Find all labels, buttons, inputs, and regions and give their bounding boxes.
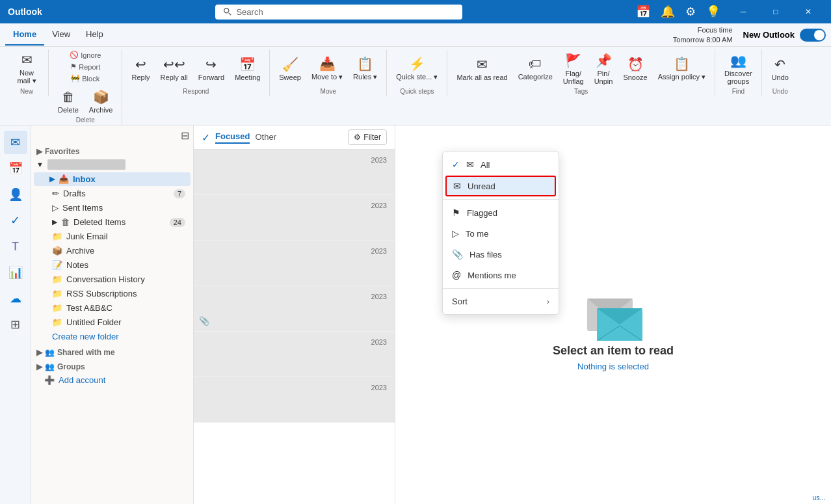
sweep-button[interactable]: 🧹 Sweep — [275, 54, 305, 84]
sort-arrow-icon: › — [547, 297, 549, 306]
create-folder-label: Create new folder — [52, 332, 119, 341]
nav-calendar[interactable]: 📅 — [4, 157, 27, 180]
sidebar-account-row[interactable]: ▼ — [31, 157, 193, 172]
email-item[interactable]: 2023 — [194, 150, 395, 195]
account-chevron-icon: ▼ — [36, 161, 44, 168]
delete-button[interactable]: 🗑 Delete — [54, 87, 83, 116]
groups-people-icon: 👥 — [45, 362, 55, 371]
filter-option-flagged[interactable]: ⚑ Flagged — [443, 202, 559, 223]
sidebar-item-sent[interactable]: ▷ Sent Items — [34, 201, 191, 215]
filter-option-all[interactable]: ✓ ✉ All — [443, 154, 559, 175]
tab-home[interactable]: Home — [5, 24, 44, 46]
nav-people[interactable]: 👤 — [4, 183, 27, 206]
email-item[interactable]: 2023 — [194, 332, 395, 377]
conv-history-icon: 📁 — [52, 274, 62, 284]
sidebar-add-account[interactable]: ➕ Add account — [34, 373, 191, 387]
notifications-icon[interactable]: 🔔 — [661, 5, 675, 19]
minimize-button[interactable]: ─ — [728, 0, 758, 23]
filter-option-has-files[interactable]: 📎 Has files — [443, 244, 559, 265]
sidebar-item-conv-history[interactable]: 📁 Conversation History — [34, 272, 191, 286]
discover-groups-button[interactable]: 👥 Discovergroups — [720, 50, 756, 88]
ribbon-group-delete-label: Delete — [76, 116, 95, 125]
sidebar-groups[interactable]: ▶ 👥 Groups — [31, 358, 193, 373]
mark-all-read-button[interactable]: ✉ Mark all as read — [453, 54, 511, 84]
filter-button[interactable]: ⚙ Filter — [348, 129, 387, 145]
email-item[interactable]: 2023 — [194, 241, 395, 286]
snooze-button[interactable]: ⏰ Snooze — [619, 54, 651, 84]
sidebar-item-rss[interactable]: 📁 RSS Subscriptions — [34, 287, 191, 300]
tab-help[interactable]: Help — [78, 24, 111, 46]
new-outlook-switch[interactable] — [800, 29, 826, 42]
maximize-button[interactable]: □ — [761, 0, 791, 23]
sidebar-favorites[interactable]: ▶ Favorites — [31, 143, 193, 157]
sidebar-item-junk[interactable]: 📁 Junk Email — [34, 230, 191, 243]
email-date-3: 2023 — [371, 247, 387, 255]
ribbon-delete-main: 🗑 Delete 📦 Archive — [54, 86, 116, 116]
my-day-icon[interactable]: 📅 — [636, 5, 650, 19]
unread-mail-icon: ✉ — [453, 181, 461, 191]
email-date-5: 2023 — [371, 338, 387, 346]
rules-button[interactable]: 📋 Rules ▾ — [349, 53, 381, 84]
tab-view[interactable]: View — [44, 24, 78, 46]
sidebar-item-untitled[interactable]: 📁 Untitled Folder — [34, 315, 191, 329]
filter-has-files-label: Has files — [469, 250, 502, 259]
tab-focused[interactable]: Focused — [215, 131, 250, 144]
sidebar-item-deleted[interactable]: ▶ 🗑 Deleted Items 24 — [34, 215, 191, 229]
test-abc-label: Test A&B&C — [66, 303, 112, 313]
nav-tasks[interactable]: ✓ — [4, 209, 27, 232]
categorize-button[interactable]: 🏷 Categorize — [514, 54, 557, 83]
reply-all-button[interactable]: ↩↩ Reply all — [157, 54, 192, 84]
archive-button[interactable]: 📦 Archive — [85, 86, 117, 116]
move-to-icon: 📥 — [319, 56, 336, 72]
nav-onedrive[interactable]: ☁ — [4, 287, 27, 310]
flag-unflag-label: Flag/Unflag — [563, 70, 584, 85]
settings-icon[interactable]: ⚙ — [685, 5, 696, 19]
new-mail-button[interactable]: ✉ Newmail ▾ — [10, 49, 43, 88]
reply-button[interactable]: ↩ Reply — [127, 54, 153, 84]
filter-option-unread[interactable]: ✉ Unread — [445, 176, 556, 196]
forward-button[interactable]: ↪ Forward — [194, 54, 228, 84]
deleted-icon: 🗑 — [61, 217, 70, 227]
pin-unpin-button[interactable]: 📌 Pin/Unpin — [590, 50, 617, 88]
sidebar-item-drafts[interactable]: ✏ Drafts 7 — [34, 187, 191, 200]
inbox-folder-icon: 📥 — [59, 174, 69, 184]
add-account-icon: ➕ — [44, 375, 55, 385]
sidebar-collapse-button[interactable]: ⊟ — [181, 129, 189, 142]
close-button[interactable]: ✕ — [793, 0, 823, 23]
block-button[interactable]: 🚧 Block — [68, 73, 102, 84]
select-item-text: Select an item to read — [553, 344, 674, 358]
nav-planner[interactable]: 📊 — [4, 261, 27, 284]
nav-teams[interactable]: T — [4, 235, 27, 258]
assign-policy-button[interactable]: 📋 Assign policy ▾ — [654, 53, 709, 84]
sidebar-item-inbox[interactable]: ▶ 📥 Inbox — [34, 172, 191, 186]
filter-option-sort[interactable]: Sort › — [443, 291, 559, 312]
junk-icon: 📁 — [52, 232, 62, 241]
sidebar-item-archive[interactable]: 📦 Archive — [34, 244, 191, 258]
new-outlook-toggle[interactable]: New Outlook — [743, 29, 826, 42]
nav-apps[interactable]: ⊞ — [4, 313, 27, 336]
discover-groups-label: Discovergroups — [724, 70, 752, 85]
ignore-button[interactable]: 🚫 Ignore — [67, 49, 103, 60]
search-box[interactable]: Search — [215, 5, 462, 20]
ribbon-group-quicksteps: ⚡ Quick ste... ▾ Quick steps — [387, 49, 447, 96]
sidebar-shared-with-me[interactable]: ▶ 👥 Shared with me — [31, 344, 193, 358]
sidebar-item-notes[interactable]: 📝 Notes — [34, 258, 191, 272]
tab-other[interactable]: Other — [255, 132, 276, 143]
filter-option-mentions-me[interactable]: @ Mentions me — [443, 265, 559, 285]
email-item[interactable]: 2023 — [194, 195, 395, 241]
sidebar-item-test-abc[interactable]: 📁 Test A&B&C — [34, 301, 191, 315]
meeting-button[interactable]: 📅 Meeting — [231, 54, 264, 84]
sidebar-create-folder[interactable]: Create new folder — [34, 330, 191, 343]
email-item[interactable]: 📎 2023 — [194, 286, 395, 332]
flag-unflag-button[interactable]: 🚩 Flag/Unflag — [559, 50, 588, 88]
move-to-button[interactable]: 📥 Move to ▾ — [308, 53, 347, 84]
tips-icon[interactable]: 💡 — [706, 5, 720, 19]
filter-mentions-label: Mentions me — [468, 271, 516, 280]
email-item[interactable]: 2023 us... — [194, 377, 395, 423]
report-button[interactable]: ⚑ Report — [68, 61, 103, 72]
filter-option-to-me[interactable]: ▷ To me — [443, 223, 559, 244]
ribbon-respond-buttons: ↩ Reply ↩↩ Reply all ↪ Forward 📅 Meeting — [127, 49, 264, 88]
undo-button[interactable]: ↶ Undo — [767, 54, 793, 84]
nav-mail[interactable]: ✉ — [4, 131, 27, 154]
quick-steps-button[interactable]: ⚡ Quick ste... ▾ — [392, 53, 442, 84]
